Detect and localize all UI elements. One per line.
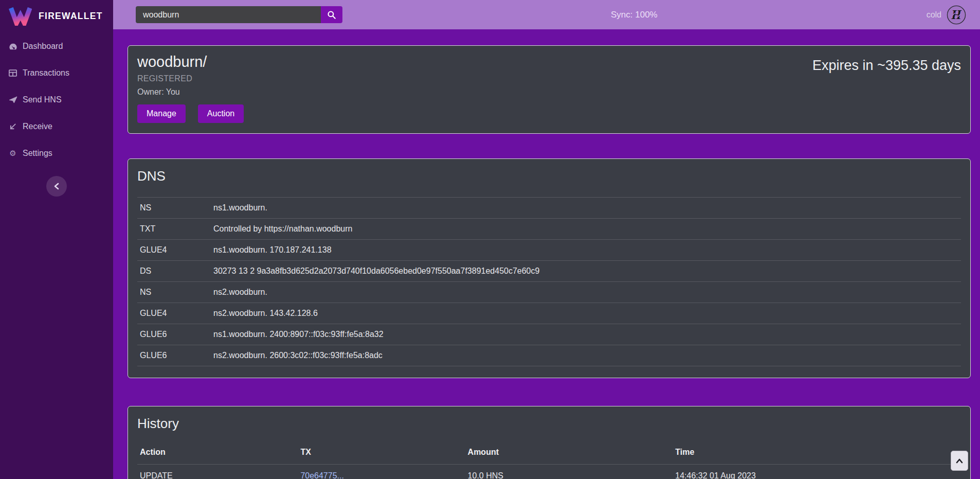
history-col-amount: Amount	[465, 445, 673, 465]
dns-record-value: Controlled by https://nathan.woodburn	[211, 219, 961, 240]
sidebar-item-settings[interactable]: ⚙ Settings	[0, 140, 113, 167]
history-col-tx: TX	[298, 445, 465, 465]
domain-title: woodburn/	[137, 54, 244, 70]
search-group	[136, 6, 342, 23]
tx-link[interactable]: 70e64775...	[300, 471, 344, 479]
dns-card: DNS NS ns1.woodburn. TXT Controlled by h…	[128, 158, 971, 378]
history-col-time: Time	[673, 445, 961, 465]
send-icon	[8, 96, 17, 104]
wallet-name: cold	[927, 10, 941, 20]
dns-record-type: GLUE6	[137, 345, 211, 366]
dns-record-row: DS 30273 13 2 9a3a8fb3d625d2a2073d740f10…	[137, 261, 961, 282]
dns-record-row: TXT Controlled by https://nathan.woodbur…	[137, 219, 961, 240]
dns-record-value: ns2.woodburn. 2600:3c02::f03c:93ff:fe5a:…	[211, 345, 961, 366]
firewallet-logo-icon	[8, 6, 32, 26]
sidebar-item-label: Receive	[23, 122, 52, 131]
sidebar-item-label: Transactions	[23, 68, 69, 78]
auction-button[interactable]: Auction	[198, 104, 244, 123]
history-table: Action TX Amount Time UPDATE 70e64775...…	[137, 445, 961, 479]
search-button[interactable]	[321, 6, 342, 23]
dns-record-value: ns2.woodburn.	[211, 282, 961, 303]
dns-section-title: DNS	[137, 168, 961, 184]
dns-record-value: ns2.woodburn. 143.42.128.6	[211, 303, 961, 324]
history-action: UPDATE	[137, 465, 298, 479]
brand: FIREWALLET	[0, 0, 113, 26]
history-card: History Action TX Amount Time UPDATE 70e…	[128, 406, 971, 479]
topbar: Sync: 100% cold H	[113, 0, 980, 29]
dashboard-icon	[8, 42, 17, 50]
sidebar: FIREWALLET Dashboard Transactions	[0, 0, 113, 479]
sidebar-item-send-hns[interactable]: Send HNS	[0, 86, 113, 113]
caret-up-icon	[956, 458, 963, 464]
dns-record-type: TXT	[137, 219, 211, 240]
sidebar-item-dashboard[interactable]: Dashboard	[0, 33, 113, 60]
dns-record-row: GLUE4 ns2.woodburn. 143.42.128.6	[137, 303, 961, 324]
history-row: UPDATE 70e64775... 10.0 HNS 14:46:32 01 …	[137, 465, 961, 479]
dns-record-row: GLUE6 ns1.woodburn. 2400:8907::f03c:93ff…	[137, 324, 961, 345]
domain-card: woodburn/ REGISTERED Owner: You Manage A…	[128, 45, 971, 134]
domain-info: woodburn/ REGISTERED Owner: You Manage A…	[137, 54, 244, 123]
sidebar-item-label: Send HNS	[23, 95, 62, 104]
dns-record-type: NS	[137, 198, 211, 219]
receive-icon	[8, 122, 17, 131]
sidebar-item-label: Dashboard	[23, 42, 63, 51]
dns-record-value: ns1.woodburn. 2400:8907::f03c:93ff:fe5a:…	[211, 324, 961, 345]
manage-button[interactable]: Manage	[137, 104, 186, 123]
dns-record-row: GLUE6 ns2.woodburn. 2600:3c02::f03c:93ff…	[137, 345, 961, 366]
brand-name: FIREWALLET	[39, 11, 103, 22]
history-section-title: History	[137, 416, 961, 432]
dns-table: NS ns1.woodburn. TXT Controlled by https…	[137, 197, 961, 366]
main-content: woodburn/ REGISTERED Owner: You Manage A…	[113, 29, 980, 479]
dns-record-value: ns1.woodburn.	[211, 198, 961, 219]
transactions-icon	[8, 69, 17, 77]
dns-record-row: NS ns2.woodburn.	[137, 282, 961, 303]
history-amount: 10.0 HNS	[465, 465, 673, 479]
chevron-left-icon	[53, 183, 60, 190]
handshake-logo-icon[interactable]: H	[947, 5, 966, 25]
settings-icon: ⚙	[8, 149, 17, 157]
domain-owner: Owner: You	[137, 87, 244, 97]
sidebar-collapse-button[interactable]	[46, 176, 67, 197]
dns-record-type: NS	[137, 282, 211, 303]
sidebar-item-receive[interactable]: Receive	[0, 113, 113, 140]
scroll-to-top-button[interactable]	[951, 451, 968, 471]
search-input[interactable]	[136, 6, 321, 23]
history-header-row: Action TX Amount Time	[137, 445, 961, 465]
sidebar-nav: Dashboard Transactions Send HNS	[0, 33, 113, 167]
domain-expiry: Expires in ~395.35 days	[812, 58, 961, 74]
dns-record-type: GLUE6	[137, 324, 211, 345]
dns-record-row: NS ns1.woodburn.	[137, 198, 961, 219]
history-col-action: Action	[137, 445, 298, 465]
dns-record-type: DS	[137, 261, 211, 282]
wallet-indicator: cold H	[927, 5, 966, 25]
sidebar-item-label: Settings	[23, 149, 52, 158]
dns-record-value: 30273 13 2 9a3a8fb3d625d2a2073d740f10da6…	[211, 261, 961, 282]
search-icon	[327, 10, 336, 20]
dns-record-type: GLUE4	[137, 303, 211, 324]
domain-status: REGISTERED	[137, 74, 244, 83]
dns-record-row: GLUE4 ns1.woodburn. 170.187.241.138	[137, 240, 961, 261]
dns-record-value: ns1.woodburn. 170.187.241.138	[211, 240, 961, 261]
sidebar-item-transactions[interactable]: Transactions	[0, 60, 113, 86]
sync-status: Sync: 100%	[611, 10, 658, 20]
dns-record-type: GLUE4	[137, 240, 211, 261]
history-time: 14:46:32 01 Aug 2023	[673, 465, 961, 479]
